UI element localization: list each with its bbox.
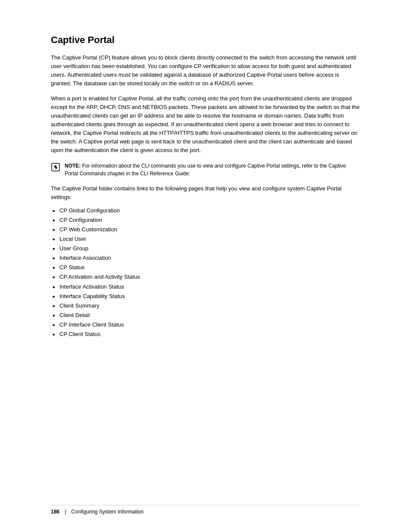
list-intro: The Captive Portal folder contains links… bbox=[51, 184, 360, 202]
footer-section-title: Configuring System Information bbox=[71, 509, 143, 515]
footer-separator: | bbox=[65, 509, 66, 515]
feature-list: CP Global ConfigurationCP ConfigurationC… bbox=[51, 206, 360, 339]
list-item: User Group bbox=[51, 244, 360, 253]
list-item: Interface Association bbox=[51, 253, 360, 263]
page-footer: 186 | Configuring System Information bbox=[51, 505, 360, 515]
paragraph-2: When a port is enabled for Captive Porta… bbox=[51, 94, 360, 155]
list-item: Local User bbox=[51, 234, 360, 244]
list-item: CP Interface Client Status bbox=[51, 320, 360, 330]
paragraph-1: The Captive Portal (CP) feature allows y… bbox=[51, 53, 360, 88]
note-text: NOTE: For information about the CLI comm… bbox=[65, 162, 360, 177]
page-title: Captive Portal bbox=[51, 34, 360, 46]
list-item: Interface Activation Status bbox=[51, 282, 360, 292]
page-container: Captive Portal The Captive Portal (CP) f… bbox=[0, 0, 411, 532]
list-item: Interface Capability Status bbox=[51, 292, 360, 301]
list-item: CP Status bbox=[51, 263, 360, 272]
list-item: CP Configuration bbox=[51, 215, 360, 225]
footer-page-number: 186 bbox=[51, 509, 59, 515]
list-item: Client Detail bbox=[51, 311, 360, 320]
note-icon: ✎ bbox=[51, 162, 60, 172]
list-item: Client Summary bbox=[51, 301, 360, 311]
list-item: CP Web Customization bbox=[51, 225, 360, 234]
list-item: CP Client Status bbox=[51, 330, 360, 339]
note-body: For information about the CLI commands y… bbox=[65, 163, 346, 177]
svg-text:✎: ✎ bbox=[53, 165, 57, 171]
list-item: CP Global Configuration bbox=[51, 206, 360, 215]
note-box: ✎ NOTE: For information about the CLI co… bbox=[51, 162, 360, 177]
note-label: NOTE: bbox=[65, 163, 81, 169]
list-item: CP Activation and Activity Status bbox=[51, 272, 360, 282]
